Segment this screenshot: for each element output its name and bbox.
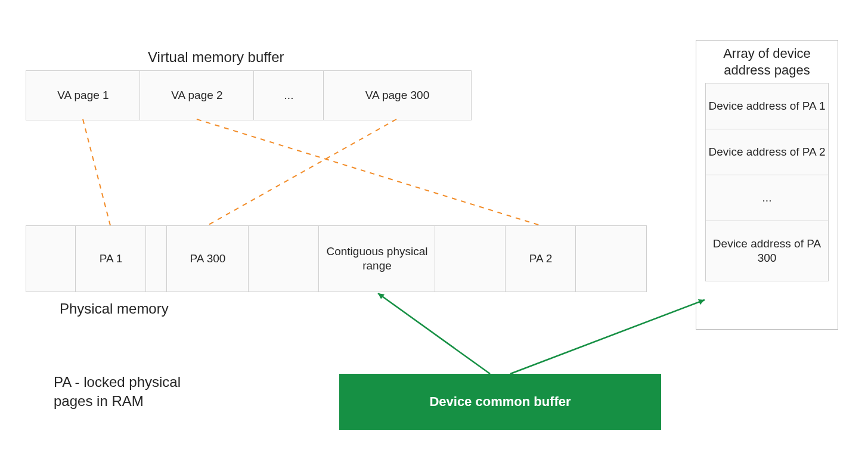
vm-page-300: VA page 300 <box>323 70 472 120</box>
pm-cell-0 <box>26 225 76 292</box>
device-array-item-3: Device address of PA 300 <box>705 221 829 281</box>
pm-cell-8 <box>575 225 647 292</box>
vm-page-ellipsis: ... <box>253 70 324 120</box>
vm-title: Virtual memory buffer <box>148 49 284 66</box>
pm-cell-4 <box>248 225 320 292</box>
vm-page-1: VA page 1 <box>26 70 141 120</box>
svg-line-3 <box>378 293 490 374</box>
vm-page-2: VA page 2 <box>140 70 255 120</box>
device-array-title: Array of device address pages <box>696 41 838 83</box>
svg-line-0 <box>83 119 110 225</box>
device-array-item-0: Device address of PA 1 <box>705 83 829 129</box>
device-array-panel: Array of device address pages Device add… <box>696 40 838 330</box>
pm-cell-3: PA 300 <box>166 225 249 292</box>
pm-cell-5: Contiguous physical range <box>318 225 436 292</box>
device-array-item-1: Device address of PA 2 <box>705 129 829 175</box>
svg-line-4 <box>510 300 705 374</box>
device-common-buffer: Device common buffer <box>339 374 661 430</box>
svg-line-1 <box>197 119 540 225</box>
pm-cell-1: PA 1 <box>75 225 147 292</box>
pm-title: Physical memory <box>60 300 169 317</box>
device-array-item-2: ... <box>705 175 829 221</box>
pm-cell-7: PA 2 <box>505 225 576 292</box>
pm-cell-2 <box>145 225 168 292</box>
legend: PA - locked physical pages in RAM <box>54 373 209 411</box>
pm-cell-6 <box>435 225 506 292</box>
svg-line-2 <box>207 119 396 225</box>
